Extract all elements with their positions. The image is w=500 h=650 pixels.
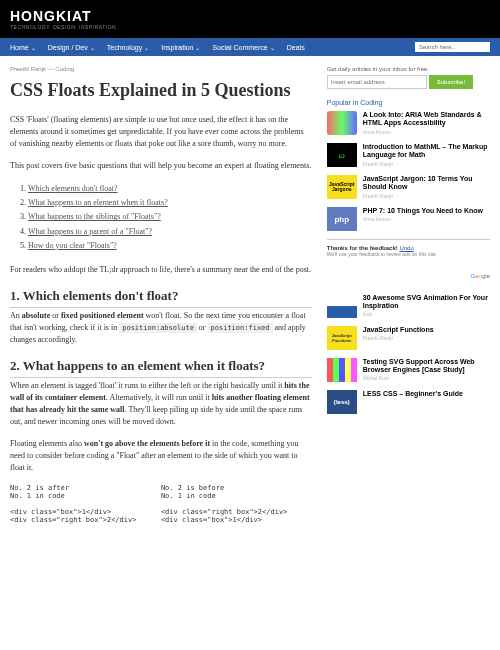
nav-home[interactable]: Home⌄ xyxy=(10,44,36,51)
google-logo: Google xyxy=(327,273,490,279)
section-para: An absolute or fixed positioned element … xyxy=(10,310,312,346)
toc-link[interactable]: What happens to an element when it float… xyxy=(28,198,168,207)
chevron-down-icon: ⌄ xyxy=(195,44,200,51)
section-para: When an element is tagged 'float' it run… xyxy=(10,380,312,428)
logo[interactable]: HONGKIAT xyxy=(10,8,490,24)
chevron-down-icon: ⌄ xyxy=(90,44,95,51)
sidebar: Get daily articles in your inbox for fre… xyxy=(327,66,490,532)
toc-list: Which elements don't float? What happens… xyxy=(28,182,312,254)
thumbnail-icon xyxy=(327,111,357,135)
chevron-down-icon: ⌄ xyxy=(144,44,149,51)
section-heading: 1. Which elements don't float? xyxy=(10,288,312,308)
section-para: Floating elements also won't go above th… xyxy=(10,438,312,474)
nav-social[interactable]: Social Commerce⌄ xyxy=(212,44,274,51)
ad-feedback: Thanks for the feedback! Undo We'll use … xyxy=(327,239,490,258)
chevron-down-icon: ⌄ xyxy=(31,44,36,51)
subscribe-label: Get daily articles in your inbox for fre… xyxy=(327,66,490,72)
chevron-down-icon: ⌄ xyxy=(270,44,275,51)
breadcrumb: Preethi Ranjit — Coding xyxy=(10,66,312,72)
toc-link[interactable]: What happens to a parent of a "Float"? xyxy=(28,227,152,236)
toc-link[interactable]: What happens to the siblings of "Floats"… xyxy=(28,212,161,221)
nav-deals[interactable]: Deals xyxy=(287,44,305,51)
subscribe-button[interactable]: Subscribe! xyxy=(429,75,473,89)
list-item[interactable]: JavaScript JargonsJavaScript Jargon: 10 … xyxy=(327,175,490,199)
thumbnail-icon: php xyxy=(327,207,357,231)
thumbnail-icon: JavaScript Jargons xyxy=(327,175,357,199)
intro-para: This post covers five basic questions th… xyxy=(10,160,312,172)
list-item[interactable]: 30 Awesome SVG Animation For Your Inspir… xyxy=(327,294,490,318)
tldr-note: For readers who addopt the TL;dr approac… xyxy=(10,264,312,276)
email-field[interactable] xyxy=(327,75,427,89)
code-example: No. 2 is after No. 1 in code<div class="… xyxy=(10,484,312,532)
site-header: HONGKIAT TECHNOLOGY. DESIGN. INSPIRATION… xyxy=(0,0,500,38)
nav-design[interactable]: Design / Dev⌄ xyxy=(48,44,95,51)
list-item[interactable]: ωIntroduction to MathML – The Markup Lan… xyxy=(327,143,490,167)
thumbnail-icon xyxy=(327,358,357,382)
list-item[interactable]: phpPHP 7: 10 Things You Need to KnowAnna… xyxy=(327,207,490,231)
thumbnail-icon: ω xyxy=(327,143,357,167)
nav-inspiration[interactable]: Inspiration⌄ xyxy=(161,44,200,51)
article-main: Preethi Ranjit — Coding CSS Floats Expla… xyxy=(10,66,327,532)
main-nav: Home⌄ Design / Dev⌄ Technology⌄ Inspirat… xyxy=(0,38,500,56)
nav-technology[interactable]: Technology⌄ xyxy=(107,44,149,51)
thumbnail-icon: JavaScript Functions xyxy=(327,326,357,350)
list-item[interactable]: JavaScript FunctionsJavaScript Functions… xyxy=(327,326,490,350)
list-item[interactable]: A Look Into: ARIA Web Standards & HTML A… xyxy=(327,111,490,135)
thumbnail-icon xyxy=(327,294,357,318)
page-title: CSS Floats Explained in 5 Questions xyxy=(10,80,312,102)
section-heading: 2. What happens to an element when it fl… xyxy=(10,358,312,378)
tagline: TECHNOLOGY. DESIGN. INSPIRATION. xyxy=(10,24,490,30)
list-item[interactable]: {less}LESS CSS – Beginner's Guide xyxy=(327,390,490,414)
thumbnail-icon: {less} xyxy=(327,390,357,414)
popular-heading: Popular in Coding xyxy=(327,99,490,106)
toc-link[interactable]: Which elements don't float? xyxy=(28,184,118,193)
list-item[interactable]: Testing SVG Support Across Web Browser E… xyxy=(327,358,490,382)
toc-link[interactable]: How do you clear "Floats"? xyxy=(28,241,117,250)
search-input[interactable] xyxy=(415,42,490,52)
intro-para: CSS 'Floats' (floating elements) are sim… xyxy=(10,114,312,150)
